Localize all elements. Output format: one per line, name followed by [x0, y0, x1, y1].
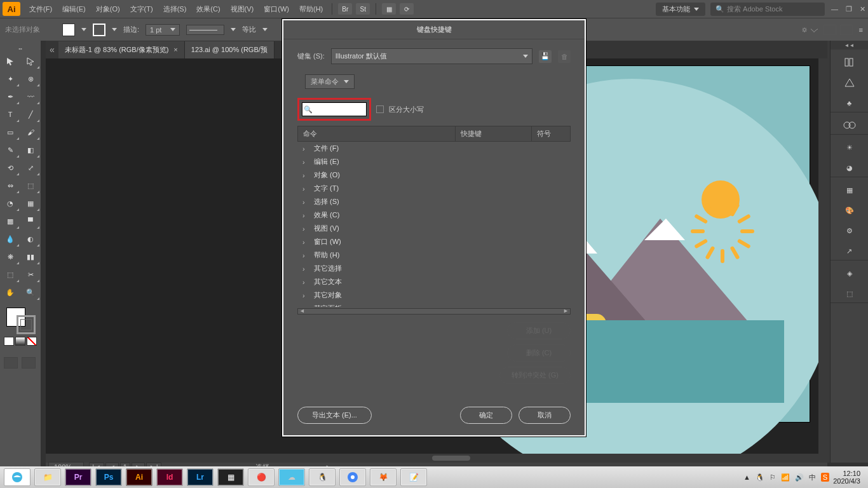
taskbar-indesign-icon[interactable]: Id	[156, 468, 183, 486]
taskbar-lightroom-icon[interactable]: Lr	[187, 468, 214, 486]
search-input[interactable]	[314, 105, 358, 114]
taskbar-app1-icon[interactable]: ▦	[217, 468, 244, 486]
list-item[interactable]: ›其它面板	[297, 302, 571, 307]
list-item[interactable]: ›文字 (T)	[297, 182, 571, 195]
taskbar-browser-icon[interactable]	[4, 468, 31, 486]
goto-conflict-button: 转到冲突处 (G)	[499, 367, 571, 384]
tray-network-icon: 📶	[781, 473, 790, 482]
col-command[interactable]: 命令	[298, 126, 456, 141]
taskbar-qq-icon[interactable]: 🐧	[309, 468, 336, 486]
taskbar-clock[interactable]: 12:10 2020/4/3	[833, 470, 864, 485]
list-item[interactable]: ›窗口 (W)	[297, 235, 571, 248]
case-checkbox[interactable]	[376, 105, 384, 113]
list-item[interactable]: ›文件 (F)	[297, 142, 571, 155]
dialog-title: 键盘快捷键	[283, 20, 585, 39]
list-item[interactable]: ›选择 (S)	[297, 195, 571, 208]
search-icon: 🔍	[302, 105, 314, 114]
taskbar-notepad-icon[interactable]: 📝	[400, 468, 427, 486]
column-headers: 命令 快捷键 符号	[297, 126, 571, 142]
list-item[interactable]: ›帮助 (H)	[297, 248, 571, 262]
taskbar-firefox-icon[interactable]: 🦊	[370, 468, 397, 486]
add-button: 添加 (U)	[507, 322, 571, 339]
delete-keyset-icon: 🗑	[558, 50, 571, 63]
command-list[interactable]: ›文件 (F) ›编辑 (E) ›对象 (O) ›文字 (T) ›选择 (S) …	[297, 142, 571, 307]
taskbar-app3-icon[interactable]: ☁	[278, 468, 305, 486]
export-text-button[interactable]: 导出文本 (E)...	[297, 407, 372, 424]
tray-volume-icon: 🔊	[795, 473, 804, 482]
taskbar-chrome-icon[interactable]	[339, 468, 366, 486]
cancel-button[interactable]: 取消	[519, 407, 571, 424]
taskbar-app2-icon[interactable]: 🔴	[248, 468, 275, 486]
windows-taskbar: 📁 Pr Ps Ai Id Lr ▦ 🔴 ☁ 🐧 🦊 📝 ▲ 🐧 ⚐ 📶 🔊 中…	[0, 466, 868, 488]
keyset-dropdown[interactable]: Illustrator 默认值	[331, 48, 532, 64]
col-shortcut[interactable]: 快捷键	[456, 126, 532, 141]
tray-qq-icon: 🐧	[756, 473, 764, 482]
tray-up-icon: ▲	[743, 473, 750, 481]
system-tray[interactable]: ▲ 🐧 ⚐ 📶 🔊 中 S	[743, 473, 829, 482]
list-item[interactable]: ›其它文本	[297, 275, 571, 288]
taskbar-explorer-icon[interactable]: 📁	[34, 468, 61, 486]
list-hscroll[interactable]	[297, 308, 571, 315]
tray-sogou-icon: S	[821, 473, 829, 482]
shortcut-search[interactable]: 🔍	[302, 102, 367, 116]
command-type-dropdown[interactable]: 菜单命令	[305, 74, 355, 89]
search-highlight: 🔍	[297, 98, 371, 121]
case-label: 区分大小写	[389, 105, 424, 114]
list-item[interactable]: ›对象 (O)	[297, 168, 571, 182]
taskbar-premiere-icon[interactable]: Pr	[65, 468, 92, 486]
taskbar-illustrator-icon[interactable]: Ai	[126, 468, 153, 486]
list-item[interactable]: ›其它对象	[297, 288, 571, 302]
delete-button: 删除 (C)	[507, 344, 571, 362]
col-symbol[interactable]: 符号	[532, 126, 570, 141]
keyset-label: 键集 (S):	[297, 51, 325, 61]
keyboard-shortcuts-dialog: 键盘快捷键 键集 (S): Illustrator 默认值 💾 🗑 菜单命令 🔍…	[282, 19, 586, 437]
list-item[interactable]: ›效果 (C)	[297, 208, 571, 222]
taskbar-photoshop-icon[interactable]: Ps	[95, 468, 122, 486]
svg-point-6	[351, 475, 355, 479]
ok-button[interactable]: 确定	[460, 407, 512, 424]
tray-flag-icon: ⚐	[770, 473, 776, 482]
list-item[interactable]: ›视图 (V)	[297, 222, 571, 235]
list-item[interactable]: ›其它选择	[297, 262, 571, 275]
tray-ime-icon: 中	[809, 473, 816, 482]
save-keyset-icon[interactable]: 💾	[539, 50, 552, 63]
list-item[interactable]: ›编辑 (E)	[297, 155, 571, 168]
